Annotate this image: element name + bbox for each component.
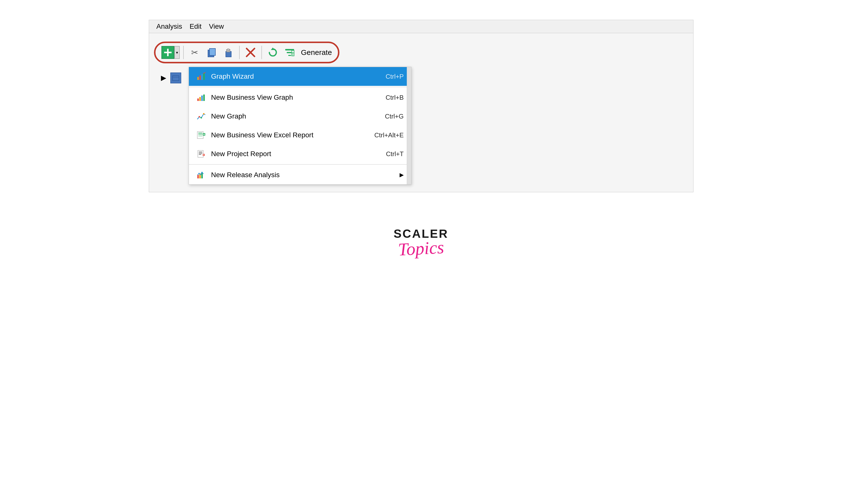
- svg-rect-45: [197, 175, 199, 178]
- scissors-icon: ✂: [191, 48, 198, 57]
- svg-rect-21: [203, 73, 205, 80]
- new-bv-graph-label: New Business View Graph: [211, 93, 381, 102]
- topics-label: Topics: [398, 239, 444, 257]
- svg-point-29: [200, 117, 202, 119]
- svg-rect-24: [197, 98, 199, 101]
- svg-rect-12: [288, 55, 291, 56]
- generate-label: Generate: [301, 48, 332, 57]
- svg-rect-26: [201, 95, 203, 101]
- toolbar-divider-3: [261, 46, 262, 59]
- svg-rect-6: [227, 49, 229, 50]
- dropdown-item-new-graph[interactable]: New Graph Ctrl+G: [189, 107, 411, 126]
- svg-point-28: [198, 116, 200, 118]
- delete-icon: [245, 47, 256, 58]
- new-graph-shortcut: Ctrl+G: [385, 112, 404, 120]
- svg-rect-27: [203, 94, 205, 101]
- cut-button[interactable]: ✂: [187, 45, 202, 60]
- dropdown-item-new-bv-excel[interactable]: New Business View Excel Report Ctrl+Alt+…: [189, 126, 411, 144]
- dropdown-menu: Graph Wizard Ctrl+P New Business V: [189, 67, 411, 184]
- toolbar-highlight: ▾ ✂: [154, 41, 339, 64]
- svg-rect-19: [199, 75, 201, 80]
- paste-icon: [223, 47, 234, 58]
- add-button[interactable]: [161, 46, 174, 59]
- svg-rect-32: [198, 132, 202, 133]
- project-report-icon: [196, 149, 206, 159]
- menu-analysis[interactable]: Analysis: [156, 22, 182, 31]
- filter-button[interactable]: [282, 45, 297, 60]
- new-bv-excel-label: New Business View Excel Report: [211, 131, 370, 139]
- svg-marker-23: [204, 72, 206, 73]
- dropdown-item-new-bv-graph[interactable]: New Business View Graph Ctrl+B: [189, 88, 411, 107]
- svg-rect-3: [209, 49, 215, 55]
- copy-icon: [206, 47, 217, 58]
- graph-wizard-label: Graph Wizard: [211, 72, 381, 80]
- toolbar-area: ▾ ✂: [149, 33, 694, 192]
- svg-rect-38: [198, 150, 203, 157]
- new-bv-excel-shortcut: Ctrl+Alt+E: [374, 131, 404, 139]
- svg-rect-34: [198, 136, 202, 137]
- new-graph-label: New Graph: [211, 112, 380, 120]
- menu-bar: Analysis Edit View: [149, 20, 694, 33]
- svg-rect-4: [226, 52, 231, 57]
- svg-rect-40: [199, 153, 202, 154]
- svg-rect-20: [201, 74, 203, 80]
- toolbar-row: ▾ ✂: [154, 38, 688, 67]
- svg-rect-33: [198, 134, 202, 135]
- graph-wizard-icon: [196, 72, 206, 82]
- copy-button[interactable]: [204, 45, 219, 60]
- add-btn-container: ▾: [161, 46, 180, 59]
- new-project-report-shortcut: Ctrl+T: [386, 150, 404, 158]
- svg-point-49: [200, 174, 201, 175]
- menu-edit[interactable]: Edit: [190, 22, 201, 31]
- dropdown-item-graph-wizard[interactable]: Graph Wizard Ctrl+P: [189, 67, 411, 86]
- bv-graph-icon: [196, 92, 206, 103]
- new-bv-graph-shortcut: Ctrl+B: [386, 94, 404, 102]
- refresh-icon: [267, 47, 278, 58]
- release-analysis-icon: [196, 170, 206, 180]
- svg-rect-1: [164, 52, 172, 53]
- scroll-indicator[interactable]: [407, 67, 411, 184]
- main-container: Analysis Edit View ▾: [149, 20, 694, 192]
- svg-rect-41: [199, 154, 201, 155]
- watermark: SCALER Topics: [393, 227, 449, 256]
- svg-point-30: [203, 113, 205, 114]
- svg-rect-16: [173, 76, 179, 80]
- svg-rect-25: [199, 97, 201, 101]
- new-project-report-label: New Project Report: [211, 150, 381, 158]
- sidebar-item: ▶: [159, 71, 181, 85]
- graph-wizard-shortcut: Ctrl+P: [386, 73, 404, 80]
- svg-rect-18: [197, 77, 199, 80]
- tree-item-icon: [170, 72, 181, 84]
- add-dropdown-arrow[interactable]: ▾: [174, 46, 180, 59]
- toolbar-divider-1: [183, 46, 184, 59]
- paste-button[interactable]: [221, 45, 236, 60]
- dropdown-item-new-project-report[interactable]: New Project Report Ctrl+T: [189, 144, 411, 163]
- excel-report-icon: [196, 130, 206, 140]
- filter-icon: [284, 47, 295, 58]
- new-release-analysis-label: New Release Analysis: [211, 171, 394, 179]
- svg-point-48: [198, 173, 199, 174]
- submenu-arrow: ▶: [400, 172, 404, 178]
- menu-view[interactable]: View: [209, 22, 224, 31]
- toolbar-divider-2: [239, 46, 240, 59]
- refresh-button[interactable]: [265, 45, 280, 60]
- tree-expand-arrow[interactable]: ▶: [159, 71, 168, 85]
- new-graph-icon: [196, 111, 206, 121]
- dropdown-item-new-release-analysis[interactable]: New Release Analysis ▶: [189, 165, 411, 184]
- svg-point-50: [201, 172, 203, 173]
- delete-button[interactable]: [243, 45, 258, 60]
- svg-rect-39: [199, 152, 202, 152]
